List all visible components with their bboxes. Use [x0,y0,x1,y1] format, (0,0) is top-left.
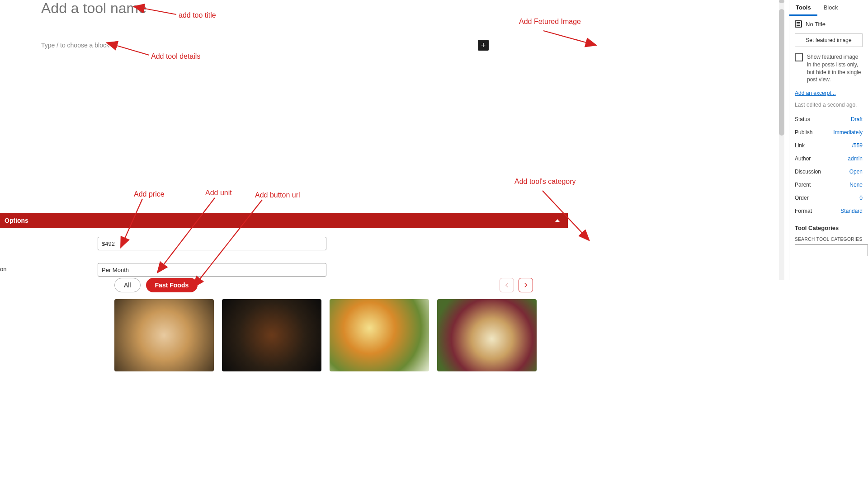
add-excerpt-row: Add an excerpt... [789,88,868,98]
food-card[interactable] [437,299,537,371]
food-card[interactable] [114,299,214,371]
cropped-label-fragment: on [0,266,6,272]
sidebar-tabs: Tools Block [789,0,868,16]
search-categories-input[interactable] [795,244,868,256]
chevron-up-icon [555,219,560,222]
tab-tools[interactable]: Tools [789,0,817,16]
checkbox-icon[interactable] [795,53,803,61]
document-title-text: No Title [806,21,826,28]
meta-row-publish[interactable]: PublishImmediately [795,126,863,139]
meta-row-order[interactable]: Order0 [795,191,863,204]
filter-pill-fast-foods[interactable]: Fast Foods [146,278,198,292]
block-inserter-row: Type / to choose a block + [41,39,489,52]
add-excerpt-link[interactable]: Add an excerpt... [795,90,836,96]
filter-pill-row: All Fast Foods [114,278,198,292]
settings-sidebar: Tools Block No Title Set featured image … [789,0,868,280]
add-block-button[interactable]: + [478,40,489,51]
editor-canvas: Add a tool name Type / to choose a block… [0,0,568,488]
meta-row-parent[interactable]: ParentNone [795,178,863,191]
meta-row-discussion[interactable]: DiscussionOpen [795,165,863,178]
tool-categories-heading[interactable]: Tool Categories [789,217,868,235]
post-meta-table: StatusDraft PublishImmediately Link/559 … [789,113,868,217]
unit-input[interactable] [98,263,326,277]
editor-scrollbar[interactable] [779,0,784,280]
filter-pill-all[interactable]: All [114,278,141,292]
featured-image-option-label: Show featured image in the posts lists o… [807,53,863,84]
chevron-right-icon [523,282,529,288]
options-panel-label: Options [5,217,555,224]
options-panel-header[interactable]: Options [0,213,568,228]
featured-image-option[interactable]: Show featured image in the posts lists o… [789,52,868,88]
carousel-next-button[interactable] [519,278,533,292]
plus-icon: + [481,41,486,50]
chevron-left-icon [504,282,510,288]
carousel-nav [500,278,533,292]
meta-row-author[interactable]: Authoradmin [795,152,863,165]
set-featured-image-button[interactable]: Set featured image [795,33,863,47]
document-icon [795,20,802,28]
search-categories-label: SEARCH TOOL CATEGORIES [789,235,868,244]
price-input[interactable] [98,237,326,250]
carousel-prev-button[interactable] [500,278,514,292]
food-cards-row [114,299,537,371]
post-title-input[interactable]: Add a tool name [41,0,146,17]
document-title-row[interactable]: No Title [789,16,868,32]
meta-row-link[interactable]: Link/559 [795,139,863,152]
tab-block[interactable]: Block [817,0,844,16]
food-card[interactable] [330,299,429,371]
last-edited-text: Last edited a second ago. [789,98,868,113]
block-placeholder[interactable]: Type / to choose a block [41,42,109,49]
meta-row-format[interactable]: FormatStandard [795,204,863,217]
food-card[interactable] [222,299,321,371]
meta-row-status[interactable]: StatusDraft [795,113,863,126]
